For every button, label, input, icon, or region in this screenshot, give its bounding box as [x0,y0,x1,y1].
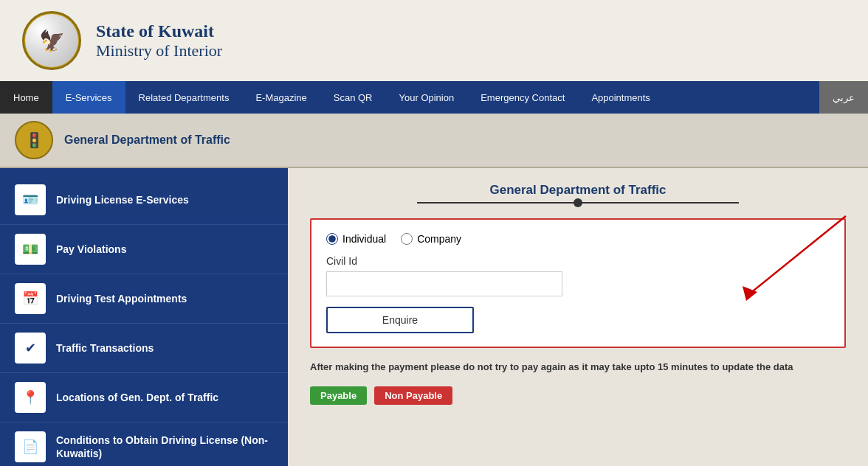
dept-logo-icon: 🚦 [25,131,44,149]
nav-scanqr[interactable]: Scan QR [320,81,386,114]
civil-id-label: Civil Id [326,255,830,267]
content-page-title: General Department of Traffic [310,183,846,198]
sidebar-item-conditions[interactable]: 📄 Conditions to Obtain Driving License (… [0,422,288,466]
sidebar-item-traffic-transactions[interactable]: ✔ Traffic Transactions [0,324,288,373]
driving-test-icon: 📅 [15,283,46,314]
sidebar-item-pay-violations[interactable]: 💵 Pay Violations [0,225,288,274]
sidebar-label-pay-violations: Pay Violations [56,243,126,256]
warning-text-bold: After making the payment please do not t… [310,361,793,372]
sidebar-label-traffic-transactions: Traffic Transactions [56,341,154,355]
traffic-transactions-icon: ✔ [15,333,46,364]
company-radio-label[interactable]: Company [401,233,461,245]
company-radio[interactable] [401,233,413,245]
enquire-button-label: Enquire [382,314,418,326]
title-underline [417,202,739,204]
dept-header: 🚦 General Department of Traffic [0,114,868,168]
nav-related-departments[interactable]: Related Departments [125,81,243,114]
nav-appointments[interactable]: Appointments [578,81,664,114]
warning-message: After making the payment please do not t… [310,360,846,375]
content-area: General Department of Traffic Individual… [288,168,868,466]
individual-radio-label[interactable]: Individual [326,233,386,245]
header-title-line2: Ministry of Interior [96,41,222,60]
pay-violations-icon: 💵 [15,234,46,265]
logo-eagle-icon: 🦅 [39,29,65,53]
navbar: Home E-Services Related Departments E-Ma… [0,81,868,114]
nav-emagazine[interactable]: E-Magazine [242,81,320,114]
nav-emergency[interactable]: Emergency Contact [467,81,578,114]
individual-radio[interactable] [326,233,338,245]
sidebar-label-driving-test: Driving Test Appointments [56,292,187,305]
payable-badge: Payable [310,386,367,405]
sidebar-item-driving-test[interactable]: 📅 Driving Test Appointments [0,274,288,324]
title-dot [574,198,582,207]
main-content: 🪪 Driving License E-Services 💵 Pay Viola… [0,168,868,466]
nav-home[interactable]: Home [0,81,52,114]
individual-label: Individual [342,233,386,245]
driving-license-icon: 🪪 [15,184,46,215]
nav-arabic[interactable]: عربي [819,81,868,114]
sidebar-label-driving-license: Driving License E-Services [56,193,189,206]
sidebar-label-conditions: Conditions to Obtain Driving License (No… [56,434,273,460]
nonpayable-badge: Non Payable [374,386,452,405]
locations-icon: 📍 [15,382,46,413]
entity-type-selector: Individual Company [326,233,830,245]
sidebar-item-locations[interactable]: 📍 Locations of Gen. Dept. of Traffic [0,373,288,422]
civil-id-input[interactable] [326,271,562,296]
page-header: 🦅 State of Kuwait Ministry of Interior [0,0,868,81]
enquire-button[interactable]: Enquire [326,307,474,333]
nav-youropinion[interactable]: Your Opinion [386,81,468,114]
conditions-icon: 📄 [15,431,46,462]
dept-title: General Department of Traffic [64,133,230,147]
nav-eservices[interactable]: E-Services [52,81,125,114]
sidebar-label-locations: Locations of Gen. Dept. of Traffic [56,391,218,404]
enquiry-form-box: Individual Company Civil Id Enquire [310,218,846,348]
legend-row: Payable Non Payable [310,386,846,405]
header-title-line1: State of Kuwait [96,21,222,41]
sidebar-item-driving-license[interactable]: 🪪 Driving License E-Services [0,175,288,225]
ministry-logo: 🦅 [22,11,81,70]
company-label: Company [417,233,461,245]
sidebar: 🪪 Driving License E-Services 💵 Pay Viola… [0,168,288,466]
header-title-block: State of Kuwait Ministry of Interior [96,21,222,60]
dept-logo: 🚦 [15,121,53,159]
